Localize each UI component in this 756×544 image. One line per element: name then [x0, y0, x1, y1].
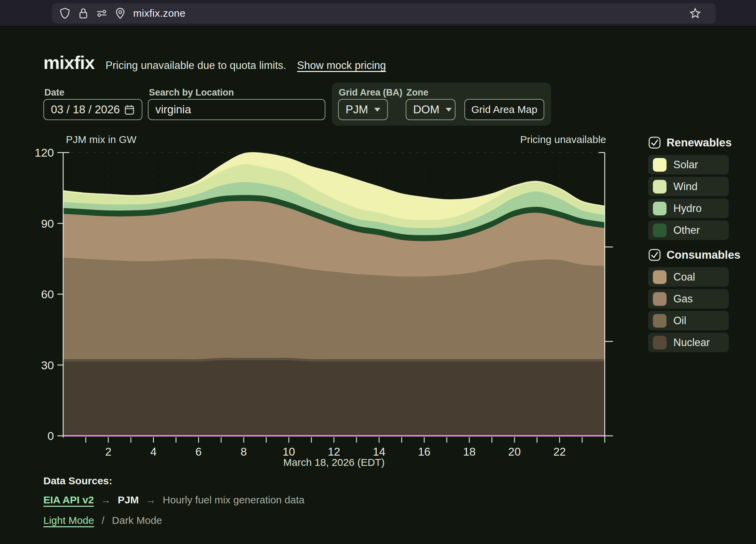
legend-item-label: Coal	[673, 271, 695, 283]
data-sources-title: Data Sources:	[43, 475, 305, 487]
renewables-checkbox-icon[interactable]	[648, 136, 661, 149]
grid-area-value: PJM	[346, 103, 368, 116]
chevron-down-icon	[374, 108, 380, 112]
legend-panel: Renewables SolarWindHydroOther Consumabl…	[648, 135, 729, 360]
legend-item-label: Nuclear	[673, 337, 710, 349]
legend-item-label: Other	[673, 224, 700, 237]
arrow-icon: →	[146, 494, 156, 506]
consumables-legend-rows: CoalGasOilNuclear	[648, 267, 729, 352]
consumables-header[interactable]: Consumables	[648, 247, 729, 262]
arrow-icon: →	[101, 494, 111, 506]
light-mode-link[interactable]: Light Mode	[43, 515, 94, 526]
dark-mode-label: Dark Mode	[112, 515, 162, 526]
legend-item-label: Oil	[673, 315, 686, 327]
legend-item-nuclear[interactable]: Nuclear	[648, 333, 729, 352]
svg-text:120: 120	[34, 147, 54, 159]
date-label: Date	[44, 87, 65, 98]
data-sources-line: EIA API v2 → PJM → Hourly fuel mix gener…	[43, 494, 305, 506]
renewables-header-label: Renewables	[667, 136, 732, 149]
chevron-down-icon	[446, 108, 452, 112]
chart-title: PJM mix in GW	[66, 134, 137, 145]
renewables-header[interactable]: Renewables	[648, 135, 729, 150]
legend-item-label: Solar	[673, 159, 698, 171]
legend-item-hydro[interactable]: Hydro	[648, 199, 729, 218]
grid-area-label: Grid Area (BA)	[339, 87, 403, 98]
zone-select[interactable]: DOM	[406, 99, 456, 120]
fuel-mix-area-chart[interactable]: 0306090120246810121416182022	[0, 147, 756, 474]
location-pin-icon[interactable]	[115, 8, 126, 19]
consumables-checkbox-icon[interactable]	[648, 248, 661, 261]
source-description: Hourly fuel mix generation data	[163, 494, 305, 506]
svg-text:20: 20	[508, 445, 521, 458]
legend-item-gas[interactable]: Gas	[648, 289, 729, 309]
url-text[interactable]: mixfix.zone	[133, 8, 185, 19]
eia-api-link[interactable]: EIA API v2	[43, 494, 94, 506]
legend-item-label: Hydro	[673, 202, 702, 215]
svg-text:12: 12	[328, 445, 340, 458]
calendar-icon[interactable]	[124, 104, 135, 115]
app-logo: mixfix	[43, 52, 95, 73]
lock-icon[interactable]	[78, 8, 89, 19]
svg-text:6: 6	[195, 445, 201, 458]
gas-swatch	[653, 292, 667, 306]
address-bar[interactable]: mixfix.zone	[52, 3, 716, 24]
svg-text:2: 2	[105, 445, 111, 458]
svg-text:30: 30	[41, 359, 54, 372]
svg-text:90: 90	[41, 217, 54, 230]
grid-area-map-button[interactable]: Grid Area Map	[464, 99, 544, 120]
legend-item-label: Gas	[673, 293, 693, 305]
svg-text:16: 16	[418, 445, 431, 458]
mode-separator: /	[101, 515, 104, 526]
svg-text:22: 22	[553, 445, 566, 458]
permissions-icon[interactable]	[96, 8, 107, 19]
legend-item-solar[interactable]: Solar	[648, 155, 729, 174]
theme-toggle-line: Light Mode / Dark Mode	[43, 515, 305, 526]
bookmark-star-icon[interactable]	[690, 8, 701, 19]
consumables-header-label: Consumables	[667, 248, 740, 261]
svg-text:10: 10	[282, 445, 295, 458]
coal-swatch	[653, 270, 667, 284]
zone-label: Zone	[406, 87, 429, 98]
wind-swatch	[653, 180, 667, 194]
legend-item-wind[interactable]: Wind	[648, 177, 729, 196]
hydro-swatch	[653, 202, 667, 215]
date-input[interactable]: 03 / 18 / 2026	[43, 99, 142, 120]
grid-area-panel: Grid Area (BA) PJM Zone DOM Grid Area Ma…	[332, 83, 551, 126]
chart-x-axis-label: March 18, 2026 (EDT)	[63, 457, 605, 468]
browser-toolbar: mixfix.zone	[0, 0, 756, 27]
svg-text:0: 0	[47, 429, 54, 442]
svg-text:60: 60	[41, 288, 54, 301]
location-input[interactable]: virginia	[148, 99, 325, 120]
legend-item-other[interactable]: Other	[648, 220, 729, 240]
source-pjm: PJM	[118, 494, 139, 506]
show-mock-pricing-link[interactable]: Show mock pricing	[297, 59, 386, 72]
legend-item-label: Wind	[673, 181, 698, 193]
location-value: virginia	[155, 103, 191, 116]
svg-text:18: 18	[463, 445, 476, 458]
oil-swatch	[653, 314, 667, 328]
legend-item-oil[interactable]: Oil	[648, 311, 729, 330]
location-label: Search by Location	[149, 87, 234, 98]
renewables-legend-rows: SolarWindHydroOther	[648, 155, 729, 240]
shield-icon[interactable]	[59, 8, 70, 19]
chart-pricing-note: Pricing unavailable	[410, 134, 606, 145]
date-value: 03 / 18 / 2026	[51, 103, 120, 116]
svg-text:14: 14	[373, 445, 386, 458]
svg-text:4: 4	[150, 445, 156, 458]
other-swatch	[653, 224, 667, 237]
legend-item-coal[interactable]: Coal	[648, 267, 729, 287]
grid-area-select[interactable]: PJM	[338, 99, 388, 120]
nuclear-swatch	[653, 336, 667, 349]
pricing-notice: Pricing unavailable due to quota limits.	[106, 59, 286, 72]
svg-text:8: 8	[240, 445, 247, 458]
zone-value: DOM	[413, 103, 439, 116]
solar-swatch	[653, 158, 667, 172]
